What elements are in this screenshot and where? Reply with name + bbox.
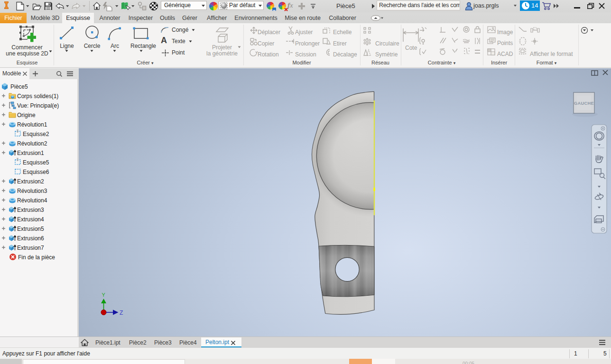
svg-text:Z: Z bbox=[120, 309, 123, 316]
svg-text:Y: Y bbox=[102, 292, 106, 298]
svg-text:GAUCHE: GAUCHE bbox=[574, 101, 594, 106]
